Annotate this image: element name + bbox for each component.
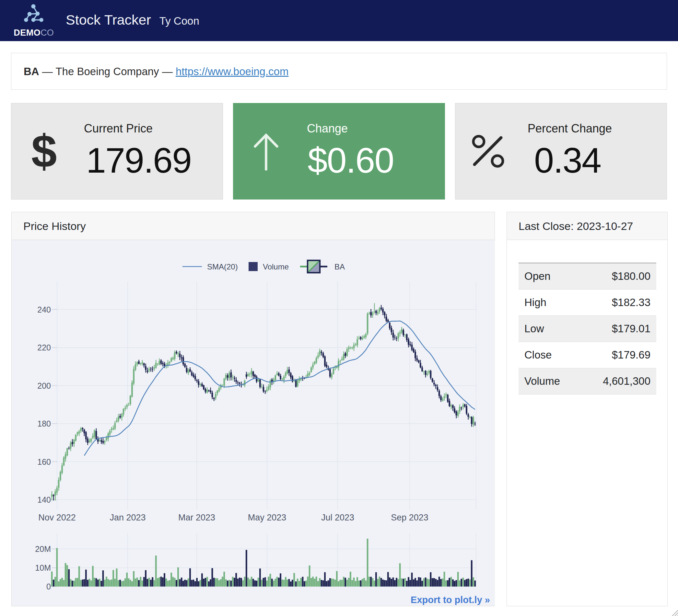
svg-text:Jan 2023: Jan 2023 — [110, 513, 146, 522]
svg-text:SMA(20): SMA(20) — [207, 262, 238, 271]
svg-text:BA: BA — [335, 262, 345, 271]
svg-text:Volume: Volume — [263, 262, 289, 271]
svg-text:160: 160 — [37, 457, 51, 466]
svg-text:240: 240 — [37, 305, 51, 314]
svg-text:Export to plot.ly »: Export to plot.ly » — [411, 594, 490, 605]
svg-text:220: 220 — [37, 343, 51, 352]
svg-text:20M: 20M — [35, 544, 51, 553]
svg-text:Sep 2023: Sep 2023 — [391, 513, 428, 522]
svg-text:Mar 2023: Mar 2023 — [178, 513, 215, 522]
svg-text:Jul 2023: Jul 2023 — [321, 513, 354, 522]
svg-text:200: 200 — [37, 381, 51, 390]
svg-text:10M: 10M — [35, 563, 51, 572]
svg-text:0: 0 — [46, 582, 51, 591]
svg-text:180: 180 — [37, 419, 51, 428]
svg-text:Nov 2022: Nov 2022 — [38, 513, 76, 522]
svg-text:140: 140 — [37, 495, 51, 504]
svg-text:May 2023: May 2023 — [248, 513, 287, 522]
